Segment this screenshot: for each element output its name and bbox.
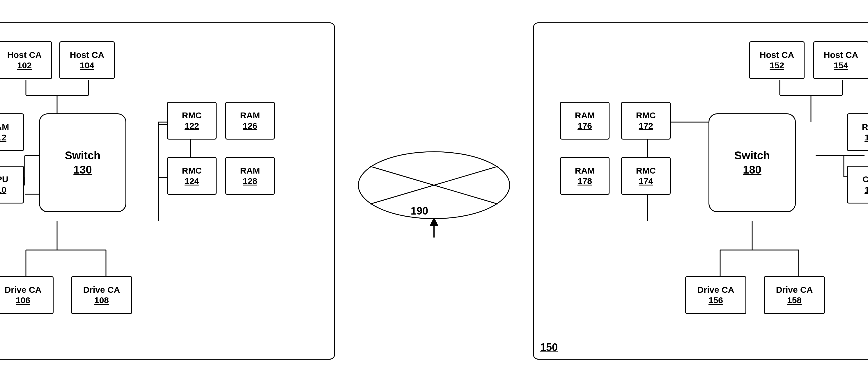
ram-128: RAM 128 [225,157,275,195]
system-label-right: 150 [540,341,558,353]
host-ca-104: Host CA 104 [59,41,115,79]
rmc-172: RMC 172 [621,102,671,140]
host-ca-102: Host CA 102 [0,41,52,79]
rmc-122: RMC 122 [167,102,217,140]
drive-ca-106: Drive CA 106 [0,276,54,314]
ram-126: RAM 126 [225,102,275,140]
network-svg [352,139,516,249]
arrow-label-190: 190 [411,205,428,217]
drive-ca-158: Drive CA 158 [764,276,825,314]
ram-178: RAM 178 [560,157,610,195]
system-box-right: 150 [533,23,868,359]
switch-130: Switch 130 [39,113,126,212]
network-area: 190 [352,139,516,220]
rmc-174: RMC 174 [621,157,671,195]
rmc-124: RMC 124 [167,157,217,195]
host-ca-152: Host CA 152 [749,41,805,79]
switch-180: Switch 180 [709,113,796,212]
drive-ca-108: Drive CA 108 [71,276,132,314]
diagram-container: 100 [0,0,868,382]
host-ca-154: Host CA 154 [813,41,868,79]
ram-162: RAM 162 [847,113,868,151]
ram-176: RAM 176 [560,102,610,140]
system-box-left: 100 [0,23,335,359]
drive-ca-156: Drive CA 156 [685,276,746,314]
cpu-110: CPU 110 [0,166,24,204]
ram-112: RAM 112 [0,113,24,151]
cpu-160: CPU 160 [847,166,868,204]
